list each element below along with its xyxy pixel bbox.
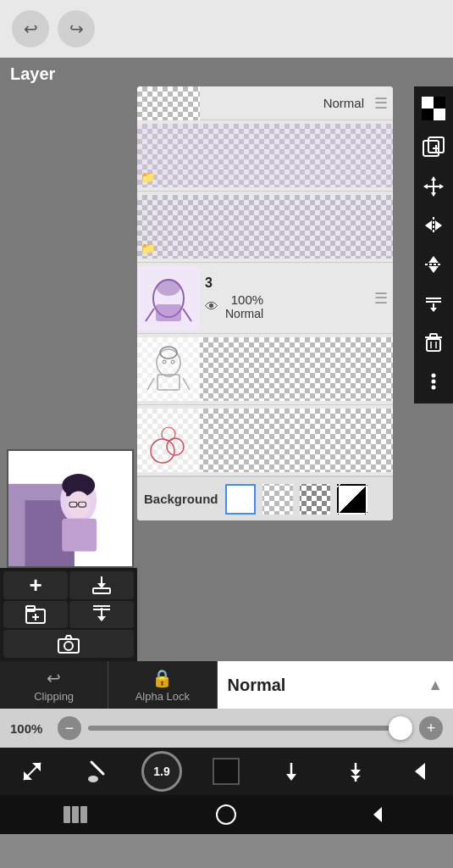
delete-btn[interactable]: [417, 324, 450, 361]
layer-row-3[interactable]: 3 👁 100% Normal ☰: [137, 263, 393, 334]
add-group-btn[interactable]: [3, 601, 68, 629]
layer-row-clothes[interactable]: 📁 Clothes 👁 100% Normal ☰: [137, 192, 393, 263]
checkerboard-btn[interactable]: [417, 90, 450, 127]
layer-info-3: 3 👁 100% Normal: [200, 272, 369, 324]
layer-panel: Normal ☰ 📁 Skin 👁 100% Normal ☰: [137, 86, 393, 520]
layer-opacity-3: 100%: [231, 292, 263, 307]
flip-h-btn[interactable]: [417, 207, 450, 244]
expand-nav-btn[interactable]: [323, 748, 388, 795]
bg-checker-dark-option[interactable]: [300, 484, 330, 515]
sys-menu-btn[interactable]: [0, 806, 151, 823]
svg-point-59: [432, 374, 436, 378]
expand-icon: [343, 759, 368, 784]
add-layer-btn[interactable]: +: [3, 571, 68, 599]
more-btn[interactable]: [417, 363, 450, 400]
eye-icon-3[interactable]: 👁: [205, 299, 218, 314]
sys-home-icon: [215, 804, 237, 826]
size-circle: 1.9: [141, 751, 182, 792]
undo-button[interactable]: ↩: [12, 10, 49, 47]
opacity-plus-btn[interactable]: +: [419, 716, 443, 740]
size-value: 1.9: [153, 765, 169, 778]
drag-handle-partial[interactable]: ☰: [369, 94, 393, 113]
opacity-thumb[interactable]: [389, 716, 412, 740]
sys-back-btn[interactable]: [302, 804, 453, 826]
layer-thumb-3: [137, 266, 200, 331]
blend-mode-selector[interactable]: Normal ▲: [218, 661, 454, 709]
svg-rect-30: [422, 97, 434, 108]
duplicate-icon: [422, 136, 445, 159]
background-label: Background: [144, 492, 218, 506]
move-icon: [422, 175, 445, 198]
opacity-bar: 100% − +: [0, 709, 453, 748]
top-bar: ↩ ↪: [0, 0, 453, 58]
blend-mode-text: Normal: [228, 676, 286, 695]
color-nav-btn[interactable]: [194, 748, 258, 795]
alpha-lock-tab[interactable]: 🔒 Alpha Lock: [108, 661, 217, 709]
layer-row-skin[interactable]: 📁 Skin 👁 100% Normal ☰: [137, 120, 393, 192]
camera-btn[interactable]: [3, 630, 134, 658]
opacity-value: 100%: [10, 721, 51, 736]
svg-rect-32: [422, 108, 434, 120]
color-swatch[interactable]: [213, 758, 240, 785]
merge-icon: [422, 292, 445, 315]
duplicate-btn[interactable]: [417, 129, 450, 166]
layer-row-partial[interactable]: Normal ☰: [137, 86, 393, 120]
opacity-minus-btn[interactable]: −: [58, 716, 81, 740]
svg-marker-75: [65, 636, 72, 639]
bg-white-option[interactable]: [225, 484, 256, 515]
drag-handle-3[interactable]: ☰: [369, 289, 393, 308]
blend-chevron-icon: ▲: [428, 676, 443, 694]
svg-marker-70: [97, 616, 106, 621]
undo-icon: ↩: [24, 19, 38, 39]
sys-home-btn[interactable]: [151, 804, 301, 826]
svg-point-60: [432, 380, 436, 384]
clipping-tab[interactable]: ↩ Clipping: [0, 661, 108, 709]
svg-rect-90: [80, 806, 87, 823]
move-btn[interactable]: [417, 168, 450, 205]
bg-checker-light-option[interactable]: [262, 484, 293, 515]
layer3-art: [137, 266, 200, 331]
svg-marker-42: [423, 184, 428, 189]
bg-diagonal-option[interactable]: [337, 484, 367, 515]
redo-button[interactable]: ↪: [58, 10, 95, 47]
svg-marker-87: [415, 763, 425, 780]
svg-marker-53: [430, 308, 437, 312]
redo-icon: ↪: [69, 19, 84, 39]
layer-row-1[interactable]: 1 👁 64% Normal ☰: [137, 405, 393, 476]
layer-thumb-2: [137, 337, 393, 401]
merge-down-btn[interactable]: [417, 285, 450, 322]
copy-layer-btn[interactable]: [69, 571, 134, 599]
svg-marker-40: [431, 176, 436, 181]
opacity-track[interactable]: [88, 726, 412, 731]
svg-marker-49: [428, 266, 439, 273]
svg-point-14: [157, 279, 180, 296]
svg-rect-56: [430, 334, 437, 337]
svg-marker-48: [428, 256, 439, 263]
clipping-icon: ↩: [47, 668, 61, 688]
svg-marker-46: [435, 220, 442, 231]
flip-v-btn[interactable]: [417, 246, 450, 283]
plus-icon: +: [427, 720, 436, 737]
blend-mode-bar: ↩ Clipping 🔒 Alpha Lock Normal ▲: [0, 661, 453, 709]
svg-marker-92: [373, 807, 382, 822]
flip-v-icon: [422, 253, 445, 276]
svg-line-78: [24, 763, 41, 780]
system-nav: [0, 795, 453, 834]
svg-marker-43: [439, 184, 444, 189]
layer-thumb-skin: 📁: [137, 124, 393, 187]
bottom-nav: 1.9: [0, 748, 453, 795]
merge-btn[interactable]: [69, 601, 134, 629]
transform-nav-btn[interactable]: [0, 748, 64, 795]
down-nav-btn[interactable]: [259, 748, 323, 795]
brush-nav-btn[interactable]: [64, 748, 129, 795]
back-nav-btn[interactable]: [389, 748, 453, 795]
svg-rect-54: [427, 339, 440, 351]
svg-rect-89: [72, 806, 79, 823]
svg-line-79: [91, 762, 103, 774]
brush-icon: [85, 759, 110, 784]
layer-row-2[interactable]: 2 👁 69% Normal ☰: [137, 334, 393, 405]
svg-marker-41: [431, 192, 436, 197]
layer-blend-3: Normal: [225, 307, 263, 320]
size-indicator[interactable]: 1.9: [130, 748, 194, 795]
svg-point-80: [88, 776, 98, 782]
